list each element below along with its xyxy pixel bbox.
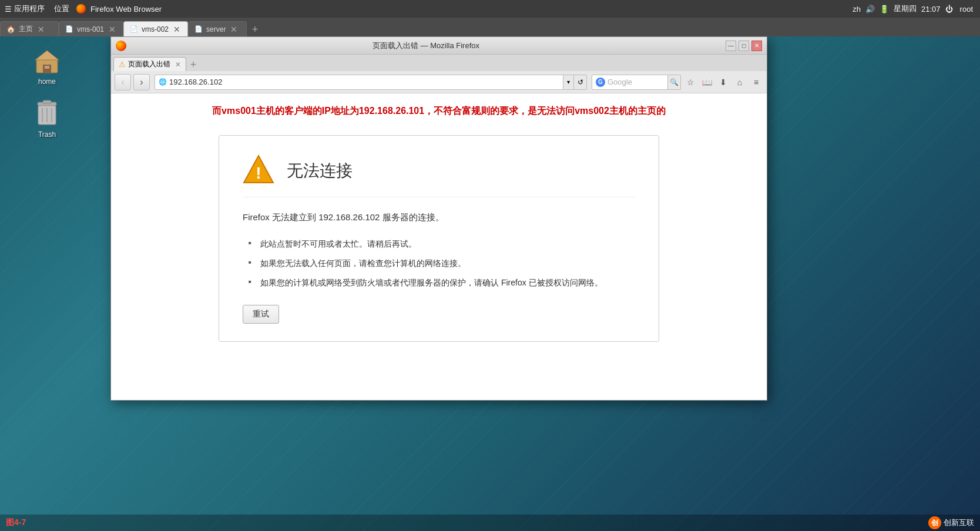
search-bar[interactable]: G Google xyxy=(592,75,668,90)
location-label: 位置 xyxy=(54,4,69,14)
tab-server-close[interactable]: ✕ xyxy=(229,25,239,34)
browser-new-tab-btn[interactable]: + xyxy=(186,58,200,71)
trash-bin-icon xyxy=(33,100,61,128)
desktop: ☰ 应用程序 位置 Firefox Web Browser zh 🔊 🔋 星期四… xyxy=(0,0,980,531)
battery-icon[interactable]: 🔋 xyxy=(880,5,889,14)
tab-vms001[interactable]: 📄 vms-001 ✕ xyxy=(59,21,123,36)
google-icon: G xyxy=(596,78,605,87)
error-list-item-1: 此站点暂时不可用或者太忙。请稍后再试。 xyxy=(249,234,635,254)
tab-vms001-icon: 📄 xyxy=(65,25,73,33)
error-body: Firefox 无法建立到 192.168.26.102 服务器的连接。 此站点… xyxy=(243,209,635,324)
ssl-icon: 🌐 xyxy=(159,78,167,86)
nav-icon-group: ☆ 📖 ⬇ ⌂ ≡ xyxy=(683,75,763,90)
error-header: ! 无法连接 xyxy=(243,153,635,197)
taskbar-right: zh 🔊 🔋 星期四 21:07 ⏻ root xyxy=(845,4,980,14)
svg-rect-6 xyxy=(43,100,51,103)
bottom-bar: 图4-7 创 创新互联 xyxy=(0,515,980,531)
window-controls: — ◻ ✕ xyxy=(726,41,762,51)
taskbar-browser: Firefox Web Browser xyxy=(74,4,164,14)
desktop-icon-home[interactable]: home xyxy=(24,47,71,86)
reader-icon[interactable]: 📖 xyxy=(700,75,714,90)
brand-text: 创新互联 xyxy=(944,517,974,528)
address-bar[interactable]: 🌐 192.168.26.102 xyxy=(155,75,563,90)
refresh-button[interactable]: ↺ xyxy=(574,75,587,90)
tab-error-close[interactable]: ✕ xyxy=(175,61,181,69)
tab-home-label: 主页 xyxy=(19,24,33,34)
browser-window: 页面载入出错 — Mozilla Firefox — ◻ ✕ ⚠ 页面载入出错 … xyxy=(110,36,767,401)
url-text: 192.168.26.102 xyxy=(169,78,222,86)
trash-icon-label: Trash xyxy=(38,130,56,139)
browser-inner-tabs: ⚠ 页面载入出错 ✕ + xyxy=(111,55,767,71)
tab-vms002-close[interactable]: ✕ xyxy=(172,25,182,34)
firefox-window-icon xyxy=(116,41,126,51)
tab-home-icon: 🏠 xyxy=(6,25,15,33)
tab-error-warning-icon: ⚠ xyxy=(119,60,126,69)
error-list: 此站点暂时不可用或者太忙。请稍后再试。 如果您无法载入任何页面，请检查您计算机的… xyxy=(243,234,635,293)
tab-error-label: 页面载入出错 xyxy=(128,59,170,69)
browser-content: 而vms001主机的客户端的IP地址为192.168.26.101，不符合富规则… xyxy=(111,93,767,400)
tab-server-label: server xyxy=(206,25,226,33)
desktop-icon-trash[interactable]: Trash xyxy=(24,100,71,139)
browser-titlebar: 页面载入出错 — Mozilla Firefox — ◻ ✕ xyxy=(111,37,767,55)
home-folder-icon xyxy=(33,47,61,75)
warning-triangle-icon: ! xyxy=(243,153,275,188)
tab-vms001-close[interactable]: ✕ xyxy=(108,25,117,34)
tab-home-close[interactable]: ✕ xyxy=(36,25,46,34)
browser-navbar: ‹ › 🌐 192.168.26.102 ▾ ↺ G Google 🔍 xyxy=(111,71,767,93)
search-placeholder: Google xyxy=(608,78,632,86)
tab-server[interactable]: 📄 server ✕ xyxy=(188,21,247,36)
minimize-button[interactable]: — xyxy=(726,41,736,51)
address-bar-group: 🌐 192.168.26.102 ▾ ↺ xyxy=(155,75,587,90)
address-dropdown-btn[interactable]: ▾ xyxy=(563,75,574,90)
svg-text:!: ! xyxy=(256,164,261,182)
bottom-right: 创 创新互联 xyxy=(928,516,974,529)
tab-vms002-label: vms-002 xyxy=(142,25,169,33)
window-tabs-bar: 🏠 主页 ✕ 📄 vms-001 ✕ 📄 vms-002 ✕ 📄 server … xyxy=(0,18,980,36)
svg-rect-2 xyxy=(43,65,51,73)
browser-label: Firefox Web Browser xyxy=(90,5,162,14)
apps-label: 应用程序 xyxy=(14,4,45,14)
tab-vms002-icon: 📄 xyxy=(130,25,138,33)
apps-icon: ☰ xyxy=(5,5,12,14)
forward-button[interactable]: › xyxy=(133,74,150,90)
time-label: 21:07 xyxy=(921,5,941,14)
retry-button[interactable]: 重试 xyxy=(243,305,279,324)
day-label: 星期四 xyxy=(894,4,917,14)
download-icon[interactable]: ⬇ xyxy=(716,75,730,90)
browser-tab-error[interactable]: ⚠ 页面载入出错 ✕ xyxy=(113,57,186,71)
taskbar-location-menu[interactable]: 位置 xyxy=(49,4,74,14)
svg-marker-1 xyxy=(35,51,59,60)
new-tab-button[interactable]: + xyxy=(247,22,263,36)
brand-icon: 创 xyxy=(928,516,941,529)
restore-button[interactable]: ◻ xyxy=(739,41,749,51)
search-bar-group: G Google 🔍 xyxy=(592,75,681,90)
error-list-item-2: 如果您无法载入任何页面，请检查您计算机的网络连接。 xyxy=(249,254,635,273)
brand-logo: 创 创新互联 xyxy=(928,516,974,529)
back-button[interactable]: ‹ xyxy=(115,74,131,90)
lang-indicator[interactable]: zh xyxy=(853,5,861,14)
error-description: Firefox 无法建立到 192.168.26.102 服务器的连接。 xyxy=(243,209,635,225)
error-list-item-3: 如果您的计算机或网络受到防火墙或者代理服务器的保护，请确认 Firefox 已被… xyxy=(249,273,635,293)
home-nav-icon[interactable]: ⌂ xyxy=(733,75,747,90)
firefox-taskbar-icon xyxy=(76,4,86,14)
menu-icon[interactable]: ≡ xyxy=(749,75,763,90)
browser-window-title: 页面载入出错 — Mozilla Firefox xyxy=(131,41,721,51)
taskbar-apps-menu[interactable]: ☰ 应用程序 xyxy=(0,4,49,14)
svg-rect-4 xyxy=(47,66,49,69)
close-button[interactable]: ✕ xyxy=(751,41,762,51)
tab-server-icon: 📄 xyxy=(194,25,203,33)
tab-vms002[interactable]: 📄 vms-002 ✕ xyxy=(123,21,188,36)
figure-label: 图4-7 xyxy=(6,517,26,528)
error-box: ! 无法连接 Firefox 无法建立到 192.168.26.102 服务器的… xyxy=(219,135,659,342)
volume-icon[interactable]: 🔊 xyxy=(865,5,875,14)
taskbar-top: ☰ 应用程序 位置 Firefox Web Browser zh 🔊 🔋 星期四… xyxy=(0,0,980,18)
power-icon[interactable]: ⏻ xyxy=(945,5,953,14)
svg-rect-3 xyxy=(45,66,47,69)
tab-home[interactable]: 🏠 主页 ✕ xyxy=(0,21,59,36)
error-title: 无法连接 xyxy=(287,160,353,182)
search-submit-btn[interactable]: 🔍 xyxy=(668,75,681,90)
home-icon-label: home xyxy=(38,78,56,86)
user-label: root xyxy=(960,5,973,14)
new-tab-icon: + xyxy=(252,23,259,36)
bookmark-icon[interactable]: ☆ xyxy=(683,75,697,90)
